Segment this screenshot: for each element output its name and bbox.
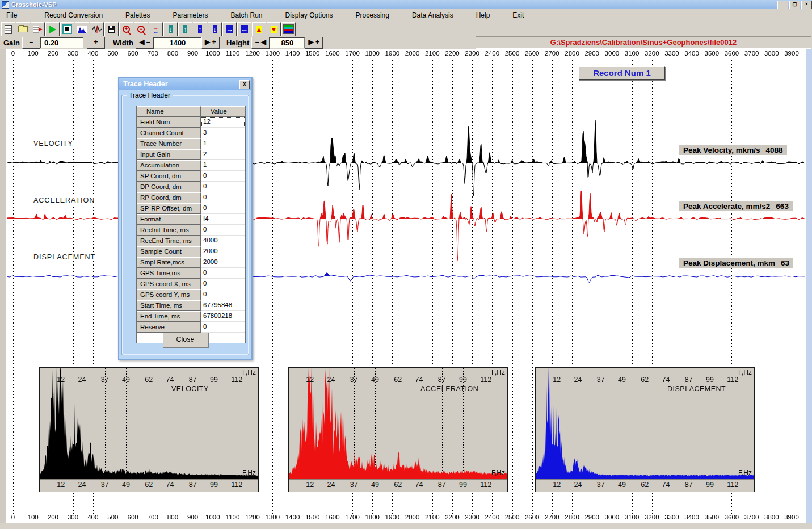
field-value-cell[interactable]: 2000 [201,246,245,257]
freq-tick-label: 12 [57,481,65,489]
field-value-cell[interactable]: 2000 [201,257,245,268]
play-button[interactable] [45,22,60,36]
height-label: Height [226,39,249,47]
close-button[interactable]: × [801,1,812,9]
menu-item-processing[interactable]: Processing [351,10,394,21]
table-row: GPS Time,ms0 [137,268,245,279]
swap-arrows-button[interactable]: →← [149,22,163,36]
dialog-title: Trace Header [123,80,168,88]
freq-tick-label: 24 [574,481,582,489]
stop-button[interactable] [60,22,74,36]
ruler-tick-label: 1600 [325,50,340,57]
red-triangle-up-button[interactable]: ▲ [252,22,266,36]
freq-tick-label: 24 [78,481,86,489]
field-name-cell: GPS Time,ms [137,268,201,279]
field-value-cell[interactable]: I4 [201,214,245,225]
table-row: RecEnd Time, ms4000 [137,236,245,246]
field-value-cell[interactable]: 67800218 [201,311,245,322]
ruler-tick-label: 1300 [266,50,280,57]
field-value-cell[interactable]: 0 [201,268,245,279]
field-value-cell[interactable]: 1 [201,160,245,171]
height-decrease-button[interactable]: – ◀ [251,37,270,49]
histogram-button[interactable] [75,22,89,36]
field-value-cell[interactable]: 0 [201,225,245,236]
groupbox-label: Trace Header [127,91,173,99]
teal-down-arrow-button[interactable]: ↓ [163,22,178,36]
red-triangle-up-icon: ▲ [256,26,263,33]
menu-item-batch-run[interactable]: Batch Run [225,10,267,21]
field-name-cell: GPS coord Y, ms [137,289,201,300]
freq-tick-label: 99 [706,481,714,489]
field-value-cell[interactable]: 67795848 [201,300,245,311]
field-value-cell[interactable]: 0 [201,182,245,192]
field-value-cell[interactable]: 12 [201,117,245,128]
field-value-cell[interactable]: 4000 [201,236,245,246]
field-name-cell: SP-RP Offset, dm [137,203,201,214]
new-file-button[interactable] [1,22,15,36]
freq-tick-label: 37 [350,481,358,489]
red-triangle-down-button[interactable]: ▼ [267,22,281,36]
ruler-tick-label: 2600 [525,514,540,520]
freq-tick-label: 99 [459,481,467,489]
field-value-cell[interactable]: 3 [201,128,245,138]
field-value-cell[interactable]: 0 [201,289,245,300]
menu-item-data-analysis[interactable]: Data Analysis [407,10,458,21]
minimize-button[interactable]: _ [777,1,788,9]
gain-field[interactable]: 0.20 [40,37,83,48]
zoom-in-button[interactable]: + [119,22,133,36]
value-column-header: Value [201,106,245,117]
menu-item-file[interactable]: File [1,10,22,21]
menu-item-palettes[interactable]: Palettes [120,10,155,21]
table-row: Sample Count2000 [137,246,245,257]
field-value-cell[interactable]: 0 [201,322,245,333]
width-decrease-button[interactable]: ◀ – [136,37,154,49]
field-name-cell: Field Num [137,117,201,128]
open-folder-button[interactable] [16,22,30,36]
width-field[interactable]: 1400 [154,37,201,48]
save-button[interactable] [104,22,119,36]
ruler-tick-label: 1800 [365,514,380,520]
ruler-tick-label: 600 [127,50,138,57]
ruler-tick-label: 3500 [705,50,720,57]
table-row: RecInit Time, ms0 [137,225,245,236]
menu-item-display-options[interactable]: Display Options [280,10,338,21]
waveform-button[interactable] [90,22,104,36]
blue-down-arrow-button[interactable]: ↓ [208,22,222,36]
dialog-close-icon[interactable]: x [239,80,250,89]
menu-item-exit[interactable]: Exit [507,10,529,21]
velocity-spectrum-panel: F,Hz F,Hz VELOCITY 1224374962748799112 1… [39,367,259,492]
width-increase-button[interactable]: ▶ + [201,37,220,49]
zoom-out-button[interactable]: − [134,22,148,36]
ruler-tick-label: 3100 [625,50,639,57]
dialog-close-button[interactable]: Close [163,333,208,347]
dialog-title-bar[interactable]: Trace Header [119,78,251,90]
table-row: Input Gain2 [137,149,245,160]
ruler-tick-label: 900 [187,514,198,520]
height-increase-button[interactable]: ▶ + [305,37,323,49]
menu-item-help[interactable]: Help [471,10,495,21]
teal-up-arrow-button[interactable]: ↑ [178,22,192,36]
field-value-cell[interactable]: 0 [201,203,245,214]
blue-left-arrow-button[interactable]: ← [237,22,251,36]
field-value-cell[interactable]: 1 [201,138,245,149]
blue-up-arrow-button[interactable]: ↑ [193,22,207,36]
peak-acceleration-value: 663 [776,202,789,211]
palette-button[interactable] [281,22,296,36]
menu-item-record-conversion[interactable]: Record Conversion [39,10,108,21]
gain-plus-button[interactable]: + [87,37,105,49]
peak-displacement-label: Peak Displacement, mkm63 [679,258,793,268]
table-row: DP Coord, dm0 [137,182,245,192]
field-value-cell[interactable]: 2 [201,149,245,160]
menu-item-parameters[interactable]: Parameters [167,10,213,21]
ruler-tick-label: 500 [107,514,118,520]
height-field[interactable]: 850 [270,37,305,48]
gain-minus-button[interactable]: – [22,37,40,49]
field-value-cell[interactable]: 0 [201,171,245,182]
freq-tick-label: 62 [641,481,649,489]
blue-right-arrow-button[interactable]: → [222,22,237,36]
save-convert-button[interactable]: ➤ [31,22,45,36]
field-value-cell[interactable]: 0 [201,279,245,289]
field-value-cell[interactable]: 0 [201,192,245,203]
ruler-tick-label: 3300 [664,50,679,57]
maximize-button[interactable]: ▢ [789,1,800,9]
